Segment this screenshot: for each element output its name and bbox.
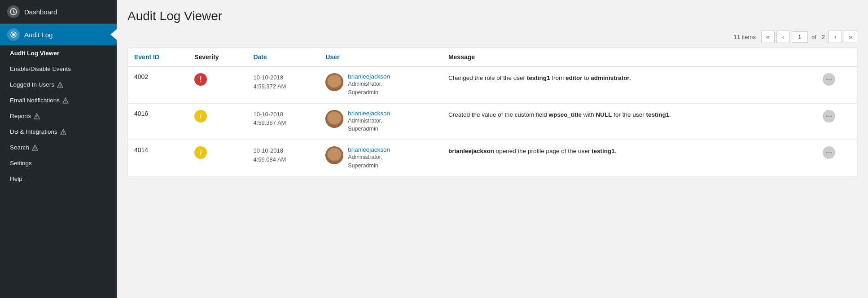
audit-log-table: Event ID Severity Date User Message 4002… bbox=[127, 48, 857, 177]
row-action-button[interactable] bbox=[823, 146, 835, 159]
avatar bbox=[325, 146, 343, 164]
severity-error-icon: ! bbox=[194, 73, 207, 86]
sidebar-item-audit-log-viewer[interactable]: Audit Log Viewer bbox=[0, 45, 117, 61]
date-cell: 10-10-20184:59.084 AM bbox=[247, 140, 319, 177]
nav-label: DB & Integrations bbox=[10, 128, 57, 135]
col-message: Message bbox=[442, 48, 817, 67]
date-cell: 10-10-20184:59.372 AM bbox=[247, 66, 319, 103]
upgrade-icon bbox=[57, 82, 63, 88]
severity-cell: ! bbox=[188, 66, 247, 103]
sidebar-item-enable-disable-events[interactable]: Enable/Disable Events bbox=[0, 61, 117, 77]
nav-label: Search bbox=[10, 144, 29, 151]
items-count: 11 items bbox=[734, 34, 756, 40]
nav-label: Email Notifications bbox=[10, 97, 60, 104]
sidebar: Dashboard Audit Log Audit Log Viewer Ena… bbox=[0, 0, 117, 298]
svg-point-11 bbox=[36, 118, 37, 118]
col-date[interactable]: Date bbox=[247, 48, 319, 67]
user-info: brianleejackson Administrator,Superadmin bbox=[348, 110, 390, 134]
nav-label: Logged In Users bbox=[10, 81, 54, 88]
prev-page-button[interactable]: ‹ bbox=[776, 31, 790, 43]
svg-point-2 bbox=[12, 33, 15, 36]
col-severity: Severity bbox=[188, 48, 247, 67]
event-id-cell: 4016 bbox=[128, 103, 189, 140]
table-row: 4016 i 10-10-20184:59.367 AM bbox=[128, 103, 857, 140]
sidebar-item-logged-in-users[interactable]: Logged In Users bbox=[0, 77, 117, 92]
sidebar-item-help[interactable]: Help bbox=[0, 171, 117, 187]
sidebar-item-email-notifications[interactable]: Email Notifications bbox=[0, 92, 117, 108]
sidebar-item-settings[interactable]: Settings bbox=[0, 155, 117, 171]
user-role: Administrator,Superadmin bbox=[348, 80, 390, 97]
col-event-id[interactable]: Event ID bbox=[128, 48, 189, 67]
event-id-value: 4016 bbox=[134, 110, 148, 117]
table-header-row: Event ID Severity Date User Message bbox=[128, 48, 857, 67]
row-action-button[interactable] bbox=[823, 110, 835, 123]
col-user[interactable]: User bbox=[319, 48, 442, 67]
svg-point-14 bbox=[63, 133, 64, 134]
sidebar-item-dashboard[interactable]: Dashboard bbox=[0, 0, 117, 24]
user-link[interactable]: brianleejackson bbox=[348, 146, 390, 153]
user-info: brianleejackson Administrator,Superadmin bbox=[348, 146, 390, 170]
upgrade-icon bbox=[34, 113, 40, 119]
upgrade-icon bbox=[32, 145, 38, 151]
svg-point-21 bbox=[826, 115, 828, 117]
nav-label: Settings bbox=[10, 160, 32, 167]
message-text: Changed the role of the user testing1 fr… bbox=[448, 73, 673, 83]
last-page-button[interactable]: » bbox=[844, 31, 857, 43]
dashboard-icon bbox=[7, 5, 20, 18]
svg-point-23 bbox=[831, 115, 832, 117]
pagination-bar: 11 items « ‹ of 2 › » bbox=[127, 31, 857, 43]
upgrade-icon bbox=[62, 97, 69, 104]
message-cell: Created the value of the custom field wp… bbox=[442, 103, 817, 140]
message-cell: brianleejackson opened the profile page … bbox=[442, 140, 817, 177]
svg-point-18 bbox=[826, 79, 828, 80]
audit-log-icon bbox=[7, 28, 20, 41]
first-page-button[interactable]: « bbox=[761, 31, 775, 43]
avatar bbox=[325, 110, 343, 128]
total-pages: 2 bbox=[822, 34, 825, 40]
user-link[interactable]: brianleejackson bbox=[348, 110, 390, 117]
row-action-button[interactable] bbox=[823, 73, 835, 86]
event-id-value: 4014 bbox=[134, 146, 148, 153]
message-text: Created the value of the custom field wp… bbox=[448, 110, 673, 120]
page-title: Audit Log Viewer bbox=[127, 9, 857, 23]
sidebar-item-db-integrations[interactable]: DB & Integrations bbox=[0, 124, 117, 140]
severity-cell: i bbox=[188, 140, 247, 177]
date-cell: 10-10-20184:59.367 AM bbox=[247, 103, 319, 140]
nav-label: Enable/Disable Events bbox=[10, 66, 71, 72]
nav-label: Reports bbox=[10, 113, 31, 119]
severity-cell: i bbox=[188, 103, 247, 140]
sidebar-item-reports[interactable]: Reports bbox=[0, 108, 117, 124]
severity-info-icon: i bbox=[194, 146, 207, 159]
user-link[interactable]: brianleejackson bbox=[348, 73, 390, 80]
user-role: Administrator,Superadmin bbox=[348, 117, 390, 134]
svg-point-26 bbox=[831, 152, 832, 153]
user-cell: brianleejackson Administrator,Superadmin bbox=[319, 140, 442, 177]
severity-info-icon: i bbox=[194, 110, 207, 123]
nav-label: Help bbox=[10, 175, 22, 182]
dashboard-label: Dashboard bbox=[24, 8, 57, 16]
action-cell bbox=[816, 140, 857, 177]
event-id-cell: 4002 bbox=[128, 66, 189, 103]
svg-point-22 bbox=[829, 115, 830, 117]
main-content: Audit Log Viewer 11 items « ‹ of 2 › » E… bbox=[117, 0, 868, 298]
nav-label: Audit Log Viewer bbox=[10, 50, 59, 57]
table-row: 4002 ! 10-10-20184:59.372 AM bbox=[128, 66, 857, 103]
sidebar-item-search[interactable]: Search bbox=[0, 140, 117, 155]
of-text: of bbox=[811, 34, 816, 40]
svg-point-5 bbox=[60, 86, 61, 87]
sidebar-nav: Audit Log Viewer Enable/Disable Events L… bbox=[0, 45, 117, 187]
page-number-input[interactable] bbox=[792, 31, 808, 43]
next-page-button[interactable]: › bbox=[829, 31, 842, 43]
message-cell: Changed the role of the user testing1 fr… bbox=[442, 66, 817, 103]
event-id-cell: 4014 bbox=[128, 140, 189, 177]
date-value: 10-10-20184:59.367 AM bbox=[253, 110, 313, 127]
avatar bbox=[325, 73, 343, 91]
col-actions bbox=[816, 48, 857, 67]
date-value: 10-10-20184:59.084 AM bbox=[253, 146, 313, 164]
sidebar-item-audit-log[interactable]: Audit Log bbox=[0, 24, 117, 45]
user-info: brianleejackson Administrator,Superadmin bbox=[348, 73, 390, 97]
svg-point-19 bbox=[829, 79, 830, 80]
date-value: 10-10-20184:59.372 AM bbox=[253, 73, 313, 91]
table-row: 4014 i 10-10-20184:59.084 AM bbox=[128, 140, 857, 177]
sidebar-arrow bbox=[110, 29, 117, 40]
